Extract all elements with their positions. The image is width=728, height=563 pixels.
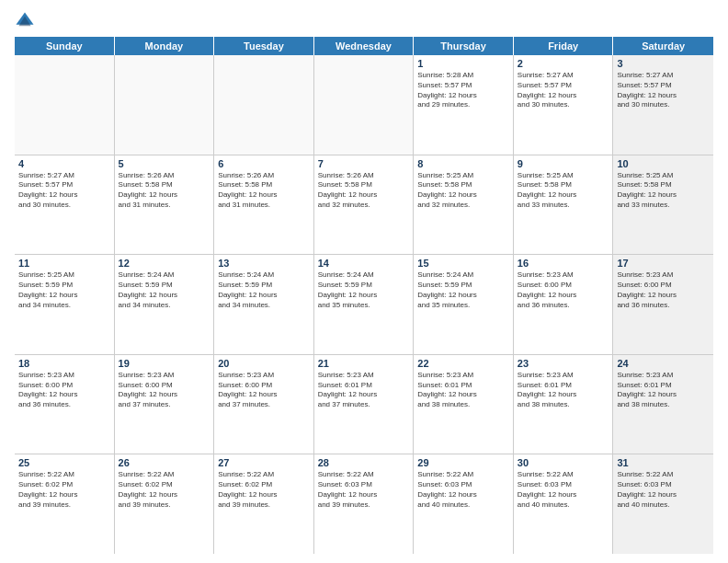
day-number: 6 — [218, 158, 310, 169]
cell-info: Sunrise: 5:27 AM Sunset: 5:57 PM Dayligh… — [518, 71, 609, 110]
cell-info: Sunrise: 5:23 AM Sunset: 6:00 PM Dayligh… — [119, 371, 210, 410]
day-cell-21: 21Sunrise: 5:23 AM Sunset: 6:01 PM Dayli… — [314, 355, 415, 454]
day-cell-4: 4Sunrise: 5:27 AM Sunset: 5:57 PM Daylig… — [15, 155, 115, 255]
header — [15, 11, 713, 31]
day-cell-31: 31Sunrise: 5:22 AM Sunset: 6:03 PM Dayli… — [613, 454, 713, 554]
empty-cell — [15, 55, 115, 155]
day-cell-12: 12Sunrise: 5:24 AM Sunset: 5:59 PM Dayli… — [115, 255, 215, 354]
day-cell-25: 25Sunrise: 5:22 AM Sunset: 6:02 PM Dayli… — [15, 454, 115, 554]
calendar: SundayMondayTuesdayWednesdayThursdayFrid… — [15, 37, 713, 554]
day-cell-3: 3Sunrise: 5:27 AM Sunset: 5:57 PM Daylig… — [613, 55, 713, 155]
day-cell-10: 10Sunrise: 5:25 AM Sunset: 5:58 PM Dayli… — [613, 155, 713, 255]
cell-info: Sunrise: 5:23 AM Sunset: 6:00 PM Dayligh… — [18, 371, 110, 410]
header-day-monday: Monday — [115, 37, 215, 55]
header-day-tuesday: Tuesday — [214, 37, 314, 55]
cell-info: Sunrise: 5:22 AM Sunset: 6:02 PM Dayligh… — [18, 470, 110, 510]
day-number: 25 — [18, 457, 110, 468]
calendar-week-5: 25Sunrise: 5:22 AM Sunset: 6:02 PM Dayli… — [15, 454, 713, 554]
day-cell-11: 11Sunrise: 5:25 AM Sunset: 5:59 PM Dayli… — [15, 255, 115, 354]
page: SundayMondayTuesdayWednesdayThursdayFrid… — [0, 0, 728, 563]
day-number: 9 — [518, 158, 609, 169]
day-number: 5 — [119, 158, 210, 169]
day-cell-9: 9Sunrise: 5:25 AM Sunset: 5:58 PM Daylig… — [514, 155, 614, 255]
cell-info: Sunrise: 5:25 AM Sunset: 5:58 PM Dayligh… — [518, 171, 609, 211]
cell-info: Sunrise: 5:25 AM Sunset: 5:58 PM Dayligh… — [417, 171, 509, 211]
day-number: 30 — [518, 457, 609, 468]
day-number: 3 — [617, 58, 710, 69]
day-cell-22: 22Sunrise: 5:23 AM Sunset: 6:01 PM Dayli… — [414, 355, 514, 454]
logo-icon — [15, 11, 35, 31]
day-cell-30: 30Sunrise: 5:22 AM Sunset: 6:03 PM Dayli… — [514, 454, 614, 554]
calendar-body: 1Sunrise: 5:28 AM Sunset: 5:57 PM Daylig… — [15, 55, 713, 554]
day-number: 24 — [617, 358, 710, 369]
calendar-week-3: 11Sunrise: 5:25 AM Sunset: 5:59 PM Dayli… — [15, 255, 713, 355]
header-day-saturday: Saturday — [613, 37, 713, 55]
calendar-week-4: 18Sunrise: 5:23 AM Sunset: 6:00 PM Dayli… — [15, 355, 713, 455]
day-cell-15: 15Sunrise: 5:24 AM Sunset: 5:59 PM Dayli… — [414, 255, 514, 354]
day-cell-16: 16Sunrise: 5:23 AM Sunset: 6:00 PM Dayli… — [514, 255, 614, 354]
day-cell-20: 20Sunrise: 5:23 AM Sunset: 6:00 PM Dayli… — [214, 355, 314, 454]
day-cell-29: 29Sunrise: 5:22 AM Sunset: 6:03 PM Dayli… — [414, 454, 514, 554]
day-number: 11 — [18, 258, 110, 269]
cell-info: Sunrise: 5:27 AM Sunset: 5:57 PM Dayligh… — [18, 171, 110, 211]
day-cell-13: 13Sunrise: 5:24 AM Sunset: 5:59 PM Dayli… — [214, 255, 314, 354]
day-number: 18 — [18, 358, 110, 369]
cell-info: Sunrise: 5:23 AM Sunset: 6:01 PM Dayligh… — [318, 371, 410, 410]
cell-info: Sunrise: 5:28 AM Sunset: 5:57 PM Dayligh… — [417, 71, 509, 110]
cell-info: Sunrise: 5:22 AM Sunset: 6:03 PM Dayligh… — [518, 470, 609, 510]
day-number: 31 — [617, 457, 710, 468]
cell-info: Sunrise: 5:25 AM Sunset: 5:58 PM Dayligh… — [617, 171, 710, 211]
empty-cell — [214, 55, 314, 155]
day-cell-5: 5Sunrise: 5:26 AM Sunset: 5:58 PM Daylig… — [115, 155, 215, 255]
day-cell-27: 27Sunrise: 5:22 AM Sunset: 6:02 PM Dayli… — [214, 454, 314, 554]
cell-info: Sunrise: 5:26 AM Sunset: 5:58 PM Dayligh… — [318, 171, 410, 211]
day-cell-26: 26Sunrise: 5:22 AM Sunset: 6:02 PM Dayli… — [115, 454, 215, 554]
day-number: 22 — [417, 358, 509, 369]
day-cell-14: 14Sunrise: 5:24 AM Sunset: 5:59 PM Dayli… — [314, 255, 415, 354]
day-cell-8: 8Sunrise: 5:25 AM Sunset: 5:58 PM Daylig… — [414, 155, 514, 255]
cell-info: Sunrise: 5:23 AM Sunset: 6:01 PM Dayligh… — [518, 371, 609, 410]
cell-info: Sunrise: 5:23 AM Sunset: 6:01 PM Dayligh… — [617, 371, 710, 410]
header-day-thursday: Thursday — [414, 37, 514, 55]
day-cell-19: 19Sunrise: 5:23 AM Sunset: 6:00 PM Dayli… — [115, 355, 215, 454]
cell-info: Sunrise: 5:24 AM Sunset: 5:59 PM Dayligh… — [417, 270, 509, 310]
empty-cell — [115, 55, 215, 155]
cell-info: Sunrise: 5:23 AM Sunset: 6:01 PM Dayligh… — [417, 371, 509, 410]
empty-cell — [314, 55, 415, 155]
day-cell-23: 23Sunrise: 5:23 AM Sunset: 6:01 PM Dayli… — [514, 355, 614, 454]
day-number: 8 — [417, 158, 509, 169]
day-cell-24: 24Sunrise: 5:23 AM Sunset: 6:01 PM Dayli… — [613, 355, 713, 454]
day-cell-28: 28Sunrise: 5:22 AM Sunset: 6:03 PM Dayli… — [314, 454, 415, 554]
calendar-week-1: 1Sunrise: 5:28 AM Sunset: 5:57 PM Daylig… — [15, 55, 713, 155]
day-number: 14 — [318, 258, 410, 269]
day-cell-7: 7Sunrise: 5:26 AM Sunset: 5:58 PM Daylig… — [314, 155, 415, 255]
cell-info: Sunrise: 5:23 AM Sunset: 6:00 PM Dayligh… — [518, 270, 609, 310]
day-number: 10 — [617, 158, 710, 169]
day-cell-18: 18Sunrise: 5:23 AM Sunset: 6:00 PM Dayli… — [15, 355, 115, 454]
day-number: 27 — [218, 457, 310, 468]
day-number: 12 — [119, 258, 210, 269]
day-number: 16 — [518, 258, 609, 269]
day-number: 26 — [119, 457, 210, 468]
day-number: 1 — [417, 58, 509, 69]
cell-info: Sunrise: 5:24 AM Sunset: 5:59 PM Dayligh… — [318, 270, 410, 310]
cell-info: Sunrise: 5:22 AM Sunset: 6:02 PM Dayligh… — [218, 470, 310, 510]
day-number: 29 — [417, 457, 509, 468]
cell-info: Sunrise: 5:22 AM Sunset: 6:03 PM Dayligh… — [617, 470, 710, 510]
day-number: 20 — [218, 358, 310, 369]
cell-info: Sunrise: 5:22 AM Sunset: 6:03 PM Dayligh… — [318, 470, 410, 510]
cell-info: Sunrise: 5:24 AM Sunset: 5:59 PM Dayligh… — [119, 270, 210, 310]
logo — [15, 11, 37, 31]
cell-info: Sunrise: 5:27 AM Sunset: 5:57 PM Dayligh… — [617, 71, 710, 110]
cell-info: Sunrise: 5:26 AM Sunset: 5:58 PM Dayligh… — [218, 171, 310, 211]
cell-info: Sunrise: 5:24 AM Sunset: 5:59 PM Dayligh… — [218, 270, 310, 310]
cell-info: Sunrise: 5:25 AM Sunset: 5:59 PM Dayligh… — [18, 270, 110, 310]
cell-info: Sunrise: 5:26 AM Sunset: 5:58 PM Dayligh… — [119, 171, 210, 211]
day-cell-2: 2Sunrise: 5:27 AM Sunset: 5:57 PM Daylig… — [514, 55, 614, 155]
day-number: 13 — [218, 258, 310, 269]
day-number: 2 — [518, 58, 609, 69]
day-number: 15 — [417, 258, 509, 269]
cell-info: Sunrise: 5:22 AM Sunset: 6:02 PM Dayligh… — [119, 470, 210, 510]
calendar-header: SundayMondayTuesdayWednesdayThursdayFrid… — [15, 37, 713, 55]
day-number: 17 — [617, 258, 710, 269]
